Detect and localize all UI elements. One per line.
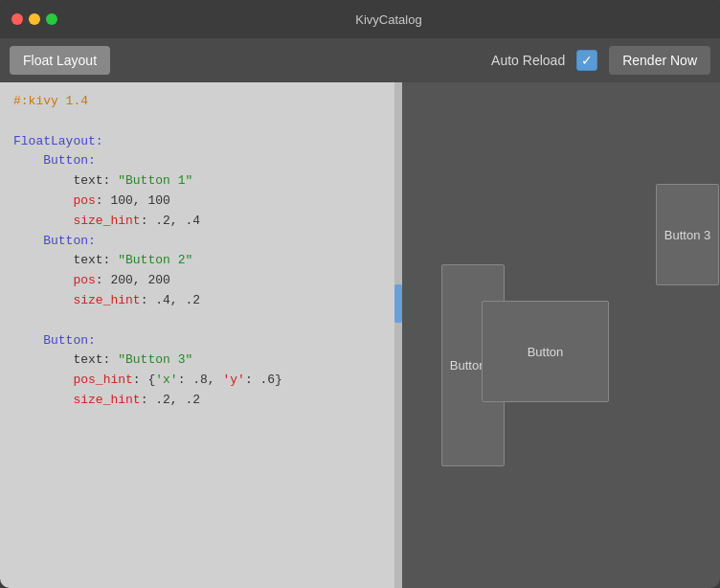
scrollbar[interactable]	[394, 82, 402, 588]
check-icon: ✓	[581, 54, 593, 67]
main-content: #:kivy 1.4 FloatLayout: Button: text: "B…	[0, 82, 720, 588]
code-line-9: text: "Button 2"	[13, 251, 389, 271]
window-title: KivyCatalog	[69, 12, 709, 27]
code-line-2	[13, 112, 389, 132]
close-button[interactable]	[11, 13, 23, 25]
app-window: KivyCatalog Float Layout Auto Reload ✓ R…	[0, 0, 720, 588]
code-line-4: Button:	[13, 151, 389, 171]
code-line-13: Button:	[13, 331, 389, 351]
code-line-8: Button:	[13, 232, 389, 252]
auto-reload-checkbox[interactable]: ✓	[576, 50, 597, 71]
titlebar: KivyCatalog	[0, 0, 720, 38]
toolbar: Float Layout Auto Reload ✓ Render Now	[0, 38, 720, 82]
code-line-14: text: "Button 3"	[13, 351, 389, 371]
preview-panel: Button 1 Button Button 3	[402, 82, 720, 588]
render-now-button[interactable]: Render Now	[609, 46, 710, 75]
code-line-12	[13, 311, 389, 331]
scrollbar-thumb[interactable]	[394, 284, 402, 323]
code-line-1: #:kivy 1.4	[13, 92, 389, 112]
maximize-button[interactable]	[46, 13, 57, 25]
code-line-3: FloatLayout:	[13, 132, 389, 152]
float-layout-button[interactable]: Float Layout	[10, 46, 110, 75]
code-line-11: size_hint: .4, .2	[13, 291, 389, 311]
preview-button-2-label: Button	[528, 345, 564, 359]
code-line-6: pos: 100, 100	[13, 192, 389, 212]
code-line-10: pos: 200, 200	[13, 271, 389, 291]
code-line-16: size_hint: .2, .2	[13, 391, 389, 411]
auto-reload-label: Auto Reload	[491, 53, 565, 68]
code-line-7: size_hint: .2, .4	[13, 212, 389, 232]
code-panel[interactable]: #:kivy 1.4 FloatLayout: Button: text: "B…	[0, 82, 402, 588]
preview-button-2[interactable]: Button	[482, 301, 609, 402]
minimize-button[interactable]	[29, 13, 40, 25]
preview-button-3-label: Button 3	[664, 228, 710, 242]
code-line-15: pos_hint: {'x': .8, 'y': .6}	[13, 371, 389, 391]
traffic-lights	[11, 13, 57, 25]
preview-button-3[interactable]: Button 3	[656, 184, 719, 285]
code-line-5: text: "Button 1"	[13, 171, 389, 192]
